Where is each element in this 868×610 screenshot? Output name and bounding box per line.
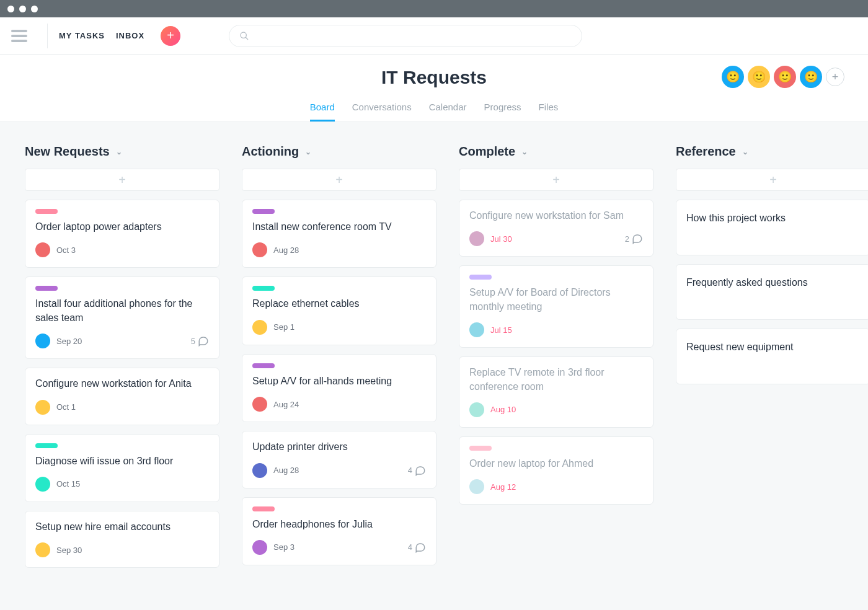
assignee-avatar[interactable] [469, 322, 484, 337]
add-card-button[interactable]: + [242, 169, 436, 191]
column-header[interactable]: Complete⌄ [459, 144, 653, 159]
card-title: Install four additional phones for the s… [35, 297, 209, 325]
view-tabs: Board Conversations Calendar Progress Fi… [0, 102, 868, 122]
member-avatar[interactable]: 🙂 [748, 66, 770, 88]
divider [47, 24, 48, 48]
assignee-avatar[interactable] [469, 231, 484, 246]
add-card-button[interactable]: + [25, 169, 219, 191]
members-list: 🙂 🙂 🙂 🙂 + [722, 66, 844, 88]
card-title: Configure new workstation for Anita [35, 377, 209, 391]
assignee-avatar[interactable] [252, 540, 267, 555]
member-avatar[interactable]: 🙂 [722, 66, 744, 88]
comment-count: 4 [408, 466, 412, 475]
chevron-down-icon: ⌄ [116, 148, 122, 156]
plus-icon: + [118, 173, 126, 187]
comment-icon [198, 335, 209, 347]
task-card[interactable]: Setup A/V for all-hands meeting Aug 24 [242, 354, 436, 422]
assignee-avatar[interactable] [35, 242, 50, 257]
close-window-icon[interactable] [7, 6, 14, 12]
task-card[interactable]: Order laptop power adapters Oct 3 [25, 200, 219, 268]
card-date: Aug 28 [273, 466, 299, 475]
comment-count: 2 [625, 234, 629, 244]
board-column: Reference⌄+How this project worksFrequen… [676, 144, 868, 587]
card-title: Diagnose wifi issue on 3rd floor [35, 454, 209, 468]
chevron-down-icon: ⌄ [305, 148, 311, 156]
card-tag [252, 209, 275, 214]
card-meta: Aug 24 [252, 397, 426, 412]
task-card[interactable]: Replace ethernet cables Sep 1 [242, 276, 436, 345]
assignee-avatar[interactable] [35, 477, 50, 492]
task-card[interactable]: Setup new hire email accounts Sep 30 [25, 511, 219, 568]
tab-calendar[interactable]: Calendar [429, 102, 467, 122]
add-card-button[interactable]: + [676, 169, 868, 191]
column-header[interactable]: New Requests⌄ [25, 144, 219, 159]
card-comments[interactable]: 4 [408, 542, 426, 553]
card-title: Order new laptop for Ahmed [469, 457, 643, 471]
assignee-avatar[interactable] [469, 402, 484, 417]
tab-progress[interactable]: Progress [484, 102, 521, 122]
task-card[interactable]: Request new equipment [676, 329, 868, 384]
tab-conversations[interactable]: Conversations [352, 102, 412, 122]
plus-icon: + [167, 29, 174, 43]
chevron-down-icon: ⌄ [521, 148, 528, 156]
assignee-avatar[interactable] [35, 542, 50, 557]
card-title: Order headphones for Julia [252, 518, 426, 531]
card-date: Aug 12 [490, 482, 516, 492]
assignee-avatar[interactable] [252, 242, 267, 257]
task-card[interactable]: Order new laptop for Ahmed Aug 12 [459, 436, 653, 505]
task-card[interactable]: Frequently asked questions [676, 264, 868, 320]
task-card[interactable]: Replace TV remote in 3rd floor conferenc… [459, 356, 653, 428]
card-meta: Sep 1 [252, 320, 426, 335]
svg-line-1 [246, 37, 248, 40]
column-header[interactable]: Actioning⌄ [242, 144, 436, 159]
card-meta: Oct 15 [35, 477, 209, 492]
card-comments[interactable]: 5 [191, 335, 209, 347]
task-card[interactable]: Update printer drivers Aug 28 4 [242, 431, 436, 488]
card-date: Sep 1 [273, 322, 294, 332]
card-meta: Aug 28 [252, 242, 426, 257]
member-avatar[interactable]: 🙂 [800, 66, 822, 88]
plus-icon: + [335, 173, 343, 187]
column-title: Complete [459, 144, 515, 159]
add-card-button[interactable]: + [459, 169, 653, 191]
assignee-avatar[interactable] [469, 479, 484, 494]
page-header: IT Requests 🙂 🙂 🙂 🙂 + Board Conversation… [0, 55, 868, 122]
nav-my-tasks[interactable]: MY TASKS [59, 31, 105, 40]
task-card[interactable]: Install four additional phones for the s… [25, 276, 219, 359]
menu-icon[interactable] [11, 30, 27, 42]
new-task-button[interactable]: + [161, 26, 180, 46]
tab-files[interactable]: Files [539, 102, 559, 122]
card-comments[interactable]: 2 [625, 233, 643, 244]
window-titlebar [0, 0, 868, 17]
member-avatar[interactable]: 🙂 [774, 66, 796, 88]
maximize-window-icon[interactable] [31, 6, 38, 12]
card-comments[interactable]: 4 [408, 465, 426, 476]
comment-icon [415, 542, 426, 553]
assignee-avatar[interactable] [35, 400, 50, 415]
card-tag [35, 443, 58, 448]
card-date: Sep 30 [56, 546, 82, 555]
column-header[interactable]: Reference⌄ [676, 144, 868, 159]
assignee-avatar[interactable] [252, 397, 267, 412]
card-meta: Aug 12 [469, 479, 643, 494]
task-card[interactable]: Order headphones for Julia Sep 3 4 [242, 497, 436, 565]
assignee-avatar[interactable] [35, 334, 50, 348]
task-card[interactable]: Diagnose wifi issue on 3rd floor Oct 15 [25, 434, 219, 502]
plus-icon: + [832, 71, 839, 84]
task-card[interactable]: Setup A/V for Board of Directors monthly… [459, 265, 653, 348]
tab-board[interactable]: Board [310, 102, 335, 122]
search-input[interactable] [229, 25, 582, 47]
assignee-avatar[interactable] [252, 463, 267, 478]
nav-inbox[interactable]: INBOX [116, 31, 144, 40]
task-card[interactable]: How this project works [676, 200, 868, 255]
comment-icon [415, 465, 426, 476]
task-card[interactable]: Configure new workstation for Anita Oct … [25, 368, 219, 425]
task-card[interactable]: Configure new workstation for Sam Jul 30… [459, 200, 653, 257]
task-card[interactable]: Install new conference room TV Aug 28 [242, 200, 436, 268]
minimize-window-icon[interactable] [19, 6, 26, 12]
add-member-button[interactable]: + [826, 68, 844, 86]
plus-icon: + [552, 173, 560, 187]
card-date: Oct 1 [56, 402, 76, 412]
card-meta: Jul 15 [469, 322, 643, 337]
assignee-avatar[interactable] [252, 320, 267, 335]
